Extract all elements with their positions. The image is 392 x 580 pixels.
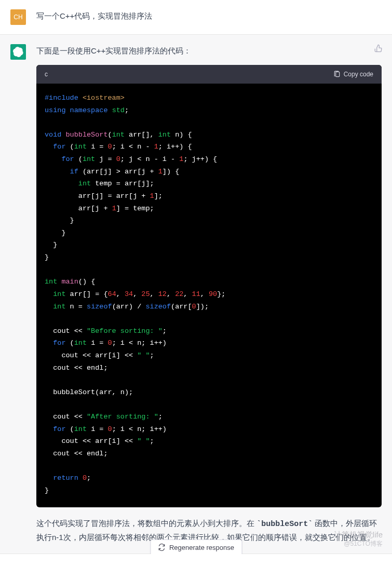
user-message: CH 写一个C++代码，实现冒泡排序法 — [0, 0, 392, 35]
refresh-icon — [158, 544, 165, 551]
svg-rect-0 — [335, 72, 339, 76]
regenerate-label: Regenerate response — [169, 544, 234, 551]
assistant-avatar — [10, 44, 26, 60]
inline-code: `bubbleSort` — [256, 520, 313, 529]
clipboard-icon — [333, 71, 341, 78]
copy-code-button[interactable]: Copy code — [333, 69, 373, 79]
code-content[interactable]: #include <iostream> using namespace std;… — [36, 84, 382, 507]
thumbs-up-icon — [374, 44, 383, 52]
user-avatar: CH — [10, 9, 26, 25]
code-block: c Copy code #include <iostream> using na… — [36, 65, 382, 507]
assistant-message: 下面是一段使用C++实现冒泡排序法的代码： c Copy code #inclu… — [0, 35, 392, 554]
code-header: c Copy code — [36, 65, 382, 84]
code-lang-label: c — [45, 69, 48, 79]
regenerate-button[interactable]: Regenerate response — [150, 539, 242, 554]
assistant-content: 下面是一段使用C++实现冒泡排序法的代码： c Copy code #inclu… — [36, 44, 382, 544]
copy-code-label: Copy code — [344, 69, 373, 79]
assistant-intro: 下面是一段使用C++实现冒泡排序法的代码： — [36, 44, 382, 58]
thumbs-up-button[interactable] — [374, 44, 383, 55]
user-prompt: 写一个C++代码，实现冒泡排序法 — [36, 9, 382, 25]
